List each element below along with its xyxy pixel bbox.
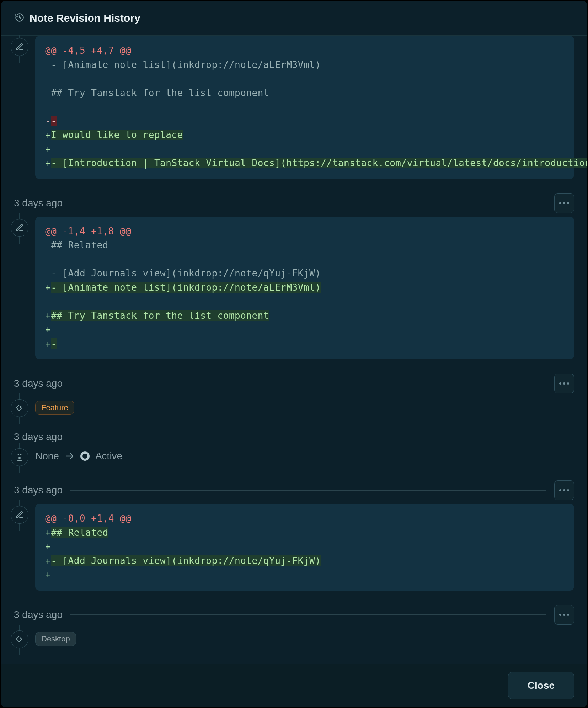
revision-history-dialog: Note Revision History @@ -4,5 +4,7 @@ - … bbox=[0, 0, 588, 708]
diff-added-line: +## Try Tanstack for the list component bbox=[45, 309, 564, 323]
diff-context-line: ## Try Tanstack for the list component bbox=[45, 86, 564, 100]
dialog-title: Note Revision History bbox=[30, 12, 140, 24]
revision-entry: Desktop bbox=[14, 628, 574, 648]
diff-hunk-header: @@ -0,0 +1,4 @@ bbox=[45, 512, 564, 526]
history-icon bbox=[15, 12, 25, 24]
diff-context-line bbox=[45, 295, 564, 309]
svg-point-4 bbox=[19, 457, 20, 459]
revision-time-divider: 3 days ago bbox=[14, 605, 574, 625]
svg-point-6 bbox=[20, 638, 21, 639]
diff-context-line: ## Related bbox=[45, 238, 564, 253]
revision-timestamp: 3 days ago bbox=[14, 378, 63, 389]
revision-more-button[interactable] bbox=[554, 193, 574, 213]
diff-hunk-header: @@ -1,4 +1,8 @@ bbox=[45, 224, 564, 239]
close-button[interactable]: Close bbox=[508, 672, 574, 699]
diff-context-line: - [Add Journals view](inkdrop://note/qYu… bbox=[45, 266, 564, 281]
revision-entry: @@ -0,0 +1,4 @@+## Related++- [Add Journ… bbox=[14, 503, 574, 591]
diff-added-line: +- bbox=[45, 337, 564, 351]
diff-added-line: +- [Add Journals view](inkdrop://note/qY… bbox=[45, 554, 564, 568]
status-dot-icon bbox=[80, 451, 90, 461]
status-from: None bbox=[35, 450, 59, 462]
diff-added-line: + bbox=[45, 142, 564, 157]
revision-entry: @@ -1,4 +1,8 @@ ## Related - [Add Journa… bbox=[14, 216, 574, 360]
revision-entry: @@ -4,5 +4,7 @@ - [Animate note list](in… bbox=[14, 35, 574, 179]
dialog-titlebar: Note Revision History bbox=[1, 1, 587, 36]
diff-added-line: + bbox=[45, 540, 564, 554]
diff-block: @@ -1,4 +1,8 @@ ## Related - [Add Journa… bbox=[35, 217, 574, 360]
diff-hunk-header: @@ -4,5 +4,7 @@ bbox=[45, 44, 564, 58]
revision-time-divider: 3 days ago bbox=[14, 431, 574, 443]
revision-timestamp: 3 days ago bbox=[14, 197, 63, 209]
diff-added-line: +## Related bbox=[45, 526, 564, 540]
tag-icon bbox=[11, 399, 28, 417]
revision-more-button[interactable] bbox=[554, 480, 574, 500]
svg-point-2 bbox=[20, 407, 21, 408]
revision-timestamp: 3 days ago bbox=[14, 431, 63, 443]
dialog-footer: Close bbox=[1, 664, 587, 707]
diff-context-line bbox=[45, 100, 564, 114]
diff-removed-line: -- bbox=[45, 114, 564, 128]
status-icon bbox=[11, 448, 28, 466]
tag-badge: Feature bbox=[35, 401, 74, 415]
status-change: None Active bbox=[35, 450, 574, 462]
diff-added-line: +- [Animate note list](inkdrop://note/aL… bbox=[45, 281, 564, 295]
revision-timestamp: 3 days ago bbox=[14, 609, 63, 620]
diff-block: @@ -0,0 +1,4 @@+## Related++- [Add Journ… bbox=[35, 504, 574, 591]
diff-context-line bbox=[45, 72, 564, 86]
revision-time-divider: 3 days ago bbox=[14, 193, 574, 213]
revision-time-divider: 3 days ago bbox=[14, 480, 574, 500]
diff-context-line bbox=[45, 253, 564, 267]
status-to: Active bbox=[95, 450, 122, 462]
diff-block: @@ -4,5 +4,7 @@ - [Animate note list](in… bbox=[35, 36, 574, 179]
tag-icon bbox=[11, 630, 28, 648]
edit-icon bbox=[11, 219, 28, 237]
arrow-right-icon bbox=[65, 451, 75, 461]
revision-more-button[interactable] bbox=[554, 605, 574, 625]
diff-added-line: + bbox=[45, 323, 564, 337]
revision-entry: None Active bbox=[14, 445, 574, 466]
diff-added-line: +- [Introduction | TanStack Virtual Docs… bbox=[45, 156, 564, 170]
diff-added-line: +I would like to replace bbox=[45, 128, 564, 142]
revision-list: @@ -4,5 +4,7 @@ - [Animate note list](in… bbox=[1, 35, 587, 664]
revision-more-button[interactable] bbox=[554, 374, 574, 393]
diff-added-line: + bbox=[45, 568, 564, 582]
edit-icon bbox=[11, 506, 28, 524]
svg-line-1 bbox=[20, 17, 21, 18]
revision-timestamp: 3 days ago bbox=[14, 485, 63, 496]
diff-context-line: - [Animate note list](inkdrop://note/aLE… bbox=[45, 58, 564, 72]
revision-entry: Feature bbox=[14, 396, 574, 417]
tag-badge: Desktop bbox=[35, 632, 76, 646]
revision-time-divider: 3 days ago bbox=[14, 374, 574, 393]
edit-icon bbox=[11, 38, 28, 56]
